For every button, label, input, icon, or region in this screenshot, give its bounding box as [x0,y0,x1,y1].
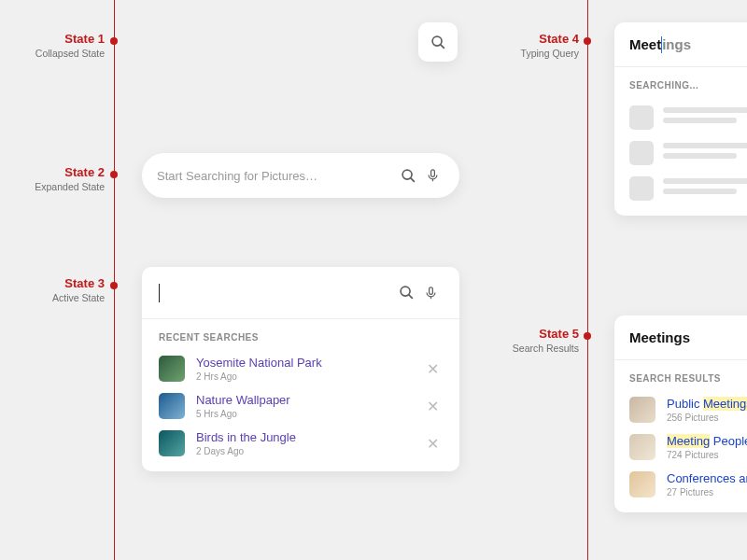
results-section-header: SEARCH RESULTS [614,360,747,391]
search-input-row[interactable]: Meetings [614,315,747,360]
result-item-name: Public Meetings [667,397,747,411]
search-icon[interactable] [394,281,418,305]
query-text-suffix: ings [662,36,691,52]
search-results-panel: Meetings SEARCH RESULTS Public Meetings … [614,315,747,512]
svg-rect-8 [429,287,432,294]
result-item[interactable]: Meeting People 724 Pictures [614,428,747,466]
skeleton-row [614,171,747,206]
svg-point-0 [432,36,442,46]
search-typing-panel: Meetings SEARCHING... [614,22,747,216]
label-state-3: State 3 Active State [21,276,105,303]
remove-icon[interactable]: ✕ [423,431,443,456]
search-icon [426,30,450,54]
result-item-meta: 256 Pictures [667,413,747,423]
microphone-icon[interactable] [418,281,443,305]
svg-line-3 [410,177,414,181]
recent-item-name: Yosemite National Park [196,356,423,370]
thumbnail [159,430,185,456]
timeline-left [114,0,115,560]
recent-item[interactable]: Yosemite National Park 2 Hrs Ago ✕ [142,350,459,387]
search-placeholder: Start Searching for Pictures… [157,169,396,183]
search-input-row[interactable]: Meetings [614,22,747,67]
result-item-meta: 724 Pictures [667,450,747,460]
svg-line-1 [440,44,444,48]
timeline-right [587,0,588,560]
recent-item-name: Nature Wallpaper [196,393,423,407]
recent-item-time: 2 Days Ago [196,446,423,456]
skeleton-row [614,100,747,135]
recent-item-time: 2 Hrs Ago [196,371,423,382]
recent-item-name: Birds in the Jungle [196,430,423,444]
remove-icon[interactable]: ✕ [423,394,443,419]
label-state-1: State 1 Collapsed State [21,32,105,59]
result-item[interactable]: Public Meetings 256 Pictures [614,391,747,428]
svg-point-6 [401,287,410,296]
skeleton-row [614,135,747,171]
svg-line-7 [408,295,412,299]
text-cursor [159,284,160,302]
svg-point-2 [402,170,412,179]
recent-item[interactable]: Birds in the Jungle 2 Days Ago ✕ [142,425,459,462]
recent-item-time: 5 Hrs Ago [196,409,423,419]
result-item-name: Meeting People [667,434,747,448]
search-input-row[interactable] [142,267,459,319]
result-item-meta: 27 Pictures [667,487,747,497]
thumbnail [159,356,185,382]
label-state-5: State 5 Search Results [495,327,579,354]
search-expanded-bar[interactable]: Start Searching for Pictures… [142,153,459,198]
search-icon[interactable] [396,163,420,188]
remove-icon[interactable]: ✕ [423,357,443,382]
label-state-2: State 2 Expanded State [21,165,105,192]
microphone-icon[interactable] [420,163,444,188]
searching-section-header: SEARCHING... [614,67,747,100]
query-text: Meetings [629,329,690,345]
search-collapsed-button[interactable] [418,22,458,62]
query-text-prefix: Meet [629,36,661,52]
thumbnail [629,471,655,497]
thumbnail [629,434,655,460]
svg-rect-4 [430,170,434,177]
recent-item[interactable]: Nature Wallpaper 5 Hrs Ago ✕ [142,387,459,425]
search-active-panel: RECENT SEARCHES Yosemite National Park 2… [142,267,459,471]
result-item[interactable]: Conferences and 27 Pictures [614,466,747,503]
recent-section-header: RECENT SEARCHES [142,319,459,350]
thumbnail [159,393,185,419]
thumbnail [629,397,655,423]
result-item-name: Conferences and [667,471,747,485]
label-state-4: State 4 Typing Query [495,32,579,59]
